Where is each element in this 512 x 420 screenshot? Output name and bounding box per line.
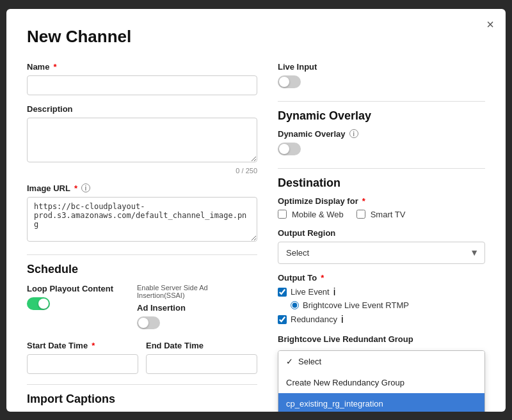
start-date-label: Start Date Time * xyxy=(27,341,138,350)
modal-title: New Channel xyxy=(27,27,485,47)
new-channel-modal: × New Channel Name * Description 0 xyxy=(6,9,506,412)
name-label: Name * xyxy=(27,62,257,72)
date-row: Start Date Time * End Date Time xyxy=(27,341,257,374)
output-to-group: Output To * Live Event i Brightcove Live… xyxy=(278,273,485,325)
output-to-label: Output To * xyxy=(278,273,485,283)
image-url-label: Image URL * i xyxy=(27,183,257,193)
live-event-row: Live Event i xyxy=(278,286,485,298)
live-event-info-icon[interactable]: i xyxy=(333,286,336,298)
optimize-label: Optimize Display for * xyxy=(278,196,485,206)
brightcove-live-label: Brightcove Live Event RTMP xyxy=(303,300,409,310)
ssai-label: Enable Server Side Ad Insertion(SSAI) xyxy=(137,284,257,299)
live-input-toggle[interactable] xyxy=(278,75,301,88)
redundancy-row: Redundancy i xyxy=(278,314,485,325)
start-date-col: Start Date Time * xyxy=(27,341,138,374)
dynamic-overlay-toggle[interactable] xyxy=(278,143,301,155)
redundancy-label: Redundancy xyxy=(291,315,337,324)
live-input-label: Live Input xyxy=(278,62,485,72)
output-region-select-wrapper: Select ▼ xyxy=(278,242,485,264)
schedule-divider xyxy=(27,254,257,255)
description-field-group: Description 0 / 250 xyxy=(27,104,257,175)
output-region-label: Output Region xyxy=(278,228,485,238)
schedule-row: Loop Playout Content Enable Server Side … xyxy=(27,284,257,332)
modal-body: Name * Description 0 / 250 Image URL * xyxy=(27,62,485,412)
ad-insertion-label: Ad Insertion xyxy=(137,303,257,313)
loop-playout-toggle[interactable] xyxy=(27,297,50,310)
ad-insertion-toggle[interactable] xyxy=(137,316,160,329)
loop-playout-label: Loop Playout Content xyxy=(27,284,129,293)
modal-overlay: × New Channel Name * Description 0 xyxy=(0,0,512,420)
end-date-col: End Date Time xyxy=(146,341,257,374)
end-date-input[interactable] xyxy=(146,354,257,374)
name-input[interactable] xyxy=(27,75,257,95)
redundant-group-dropdown[interactable]: ✓ Select Create New Redundancy Group cp_… xyxy=(278,350,485,412)
mobile-web-label: Mobile & Web xyxy=(292,210,344,219)
check-mark-icon: ✓ xyxy=(286,357,293,366)
dropdown-item-cp-existing[interactable]: cp_existing_rg_integration xyxy=(278,393,484,412)
image-url-textarea[interactable]: https://bc-cloudplayout-prod.s3.amazonaw… xyxy=(27,197,257,242)
optimize-group: Optimize Display for * Mobile & Web Smar… xyxy=(278,196,485,219)
import-captions-title: Import Captions xyxy=(27,393,257,406)
smart-tv-checkbox[interactable] xyxy=(356,210,365,219)
end-date-label: End Date Time xyxy=(146,341,257,350)
live-input-group: Live Input xyxy=(278,62,485,91)
dynamic-overlay-divider xyxy=(278,101,485,102)
destination-title: Destination xyxy=(278,176,485,190)
redundant-group-label-row: Brightcove Live Redundant Group xyxy=(278,334,485,348)
output-region-select[interactable]: Select xyxy=(278,242,485,264)
close-button[interactable]: × xyxy=(486,18,494,31)
image-url-field-group: Image URL * i https://bc-cloudplayout-pr… xyxy=(27,183,257,244)
left-column: Name * Description 0 / 250 Image URL * xyxy=(27,62,257,412)
redundancy-checkbox[interactable] xyxy=(278,315,287,324)
output-region-group: Output Region Select ▼ xyxy=(278,228,485,264)
char-count: 0 / 250 xyxy=(27,167,257,175)
dropdown-item-create-new[interactable]: Create New Redundancy Group xyxy=(278,372,484,393)
schedule-title: Schedule xyxy=(27,263,257,276)
brightcove-live-radio[interactable] xyxy=(291,301,299,309)
dropdown-item-create-new-label: Create New Redundancy Group xyxy=(286,378,404,387)
mobile-web-checkbox[interactable] xyxy=(278,210,287,219)
destination-divider xyxy=(278,168,485,169)
import-captions-divider xyxy=(27,384,257,385)
mobile-web-row: Mobile & Web Smart TV xyxy=(278,210,485,219)
name-field-group: Name * xyxy=(27,62,257,95)
dynamic-overlay-info-icon[interactable]: i xyxy=(349,129,358,138)
smart-tv-label: Smart TV xyxy=(371,210,406,219)
start-date-input[interactable] xyxy=(27,354,138,374)
dynamic-overlay-title: Dynamic Overlay xyxy=(278,109,485,123)
right-column: Live Input Dynamic Overlay Dynamic Overl… xyxy=(278,62,485,412)
dropdown-item-cp-existing-label: cp_existing_rg_integration xyxy=(286,399,383,408)
dropdown-item-select-label: Select xyxy=(298,357,321,366)
dynamic-overlay-label: Dynamic Overlay i xyxy=(278,129,485,139)
loop-playout-col: Loop Playout Content xyxy=(27,284,129,313)
brightcove-live-row: Brightcove Live Event RTMP xyxy=(291,300,485,310)
description-textarea[interactable] xyxy=(27,118,257,162)
dropdown-item-select[interactable]: ✓ Select xyxy=(278,351,484,372)
redundant-group-label: Brightcove Live Redundant Group xyxy=(278,334,413,344)
redundant-group-field-group: Brightcove Live Redundant Group ✓ Select… xyxy=(278,334,485,412)
image-url-info-icon[interactable]: i xyxy=(81,183,90,192)
redundancy-info-icon[interactable]: i xyxy=(341,314,344,325)
ad-insertion-col: Enable Server Side Ad Insertion(SSAI) Ad… xyxy=(137,284,257,332)
live-event-label: Live Event xyxy=(291,287,330,297)
description-label: Description xyxy=(27,104,257,114)
live-event-checkbox[interactable] xyxy=(278,288,287,297)
